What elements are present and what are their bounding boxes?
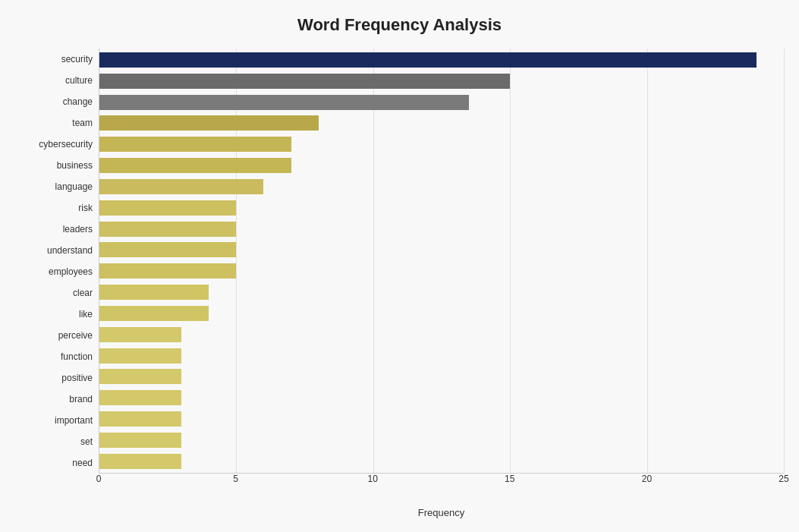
y-label: function <box>15 346 99 367</box>
y-label: team <box>15 112 99 134</box>
y-label: set <box>15 431 99 452</box>
bar <box>99 74 510 89</box>
bar-row <box>99 177 784 197</box>
bar-row <box>99 282 784 302</box>
y-label: understand <box>15 240 99 261</box>
bar <box>99 200 236 216</box>
bar <box>99 222 236 237</box>
y-label: risk <box>15 197 99 219</box>
y-label: like <box>15 304 99 325</box>
y-label: clear <box>15 282 99 304</box>
bar-row <box>99 156 784 175</box>
bar-row <box>99 430 784 450</box>
y-label: change <box>15 91 99 112</box>
x-tick-label: 10 <box>368 474 378 484</box>
y-label: need <box>15 452 99 474</box>
bar <box>99 433 181 448</box>
y-label: security <box>15 49 99 70</box>
bar-row <box>99 325 784 345</box>
y-label: leaders <box>15 219 99 240</box>
x-axis-labels: 0510152025 <box>99 474 784 489</box>
bar-row <box>99 409 784 429</box>
x-tick-label: 0 <box>96 474 102 484</box>
y-label: cybersecurity <box>15 134 99 155</box>
bars-and-grid <box>99 49 784 474</box>
chart-container: Word Frequency Analysis securityculturec… <box>0 0 799 532</box>
y-label: positive <box>15 367 99 389</box>
chart-title: Word Frequency Analysis <box>15 15 784 35</box>
bar <box>99 454 181 469</box>
y-label: important <box>15 410 99 431</box>
bar <box>99 137 291 152</box>
x-tick-label: 20 <box>642 474 652 484</box>
x-tick-label: 5 <box>233 474 238 484</box>
bar-row <box>99 304 784 323</box>
bar <box>99 348 181 364</box>
x-tick-label: 25 <box>779 474 788 484</box>
bar <box>99 115 319 131</box>
bar-row <box>99 198 784 218</box>
y-label: employees <box>15 261 99 282</box>
bar <box>99 263 236 279</box>
bar <box>99 179 263 194</box>
bar-row <box>99 240 784 260</box>
y-label: culture <box>15 70 99 91</box>
bar <box>99 390 181 405</box>
bar <box>99 327 181 342</box>
bar-row <box>99 50 784 70</box>
bar <box>99 242 236 257</box>
bar <box>99 369 181 384</box>
bar-row <box>99 71 784 91</box>
x-axis-title: Frequency <box>99 507 784 518</box>
bar-row <box>99 346 784 366</box>
bar <box>99 52 757 68</box>
bar <box>99 411 181 427</box>
grid-line <box>784 49 785 473</box>
chart-area: securityculturechangeteamcybersecuritybu… <box>15 49 784 474</box>
y-label: perceive <box>15 325 99 346</box>
bars-section: securityculturechangeteamcybersecuritybu… <box>15 49 784 474</box>
bottom-section: 0510152025 Frequency <box>99 474 784 504</box>
bar-row <box>99 93 784 112</box>
x-tick-label: 15 <box>505 474 514 484</box>
y-labels: securityculturechangeteamcybersecuritybu… <box>15 49 99 474</box>
bar <box>99 95 469 110</box>
bar <box>99 285 209 300</box>
y-label: business <box>15 155 99 176</box>
bar-row <box>99 388 784 408</box>
bar-row <box>99 452 784 471</box>
y-label: brand <box>15 389 99 410</box>
bar <box>99 158 291 173</box>
bar <box>99 306 209 321</box>
bar-row <box>99 261 784 281</box>
bars-wrapper <box>99 49 784 473</box>
bar-row <box>99 134 784 154</box>
bar-row <box>99 367 784 386</box>
bar-row <box>99 219 784 239</box>
bar-row <box>99 113 784 133</box>
y-label: language <box>15 176 99 197</box>
